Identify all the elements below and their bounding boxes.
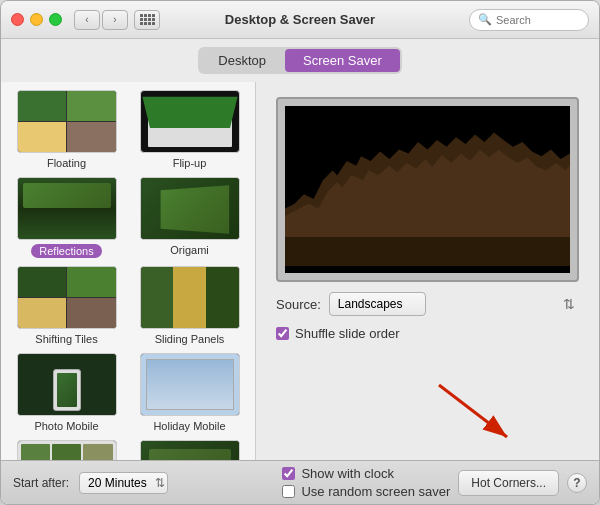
minimize-button[interactable] [30,13,43,26]
screensaver-label: Shifting Tiles [35,333,97,345]
thumb-origami-icon [141,178,239,239]
thumb-floating-icon [18,91,116,152]
start-after-wrapper: 20 Minutes ⇅ [79,472,168,494]
random-saver-row: Use random screen saver [282,484,450,499]
grid-view-button[interactable] [134,10,160,30]
list-item[interactable]: Sliding Panels [132,266,247,345]
search-box[interactable]: 🔍 [469,9,589,31]
screensaver-label-selected: Reflections [31,244,101,258]
phone-shape-icon [53,369,81,411]
thumb-photo-mobile-icon [18,354,116,415]
shuffle-checkbox[interactable] [276,327,289,340]
list-item[interactable]: Photo Wall [9,440,124,460]
list-item[interactable]: Holiday Mobile [132,353,247,432]
tabs-container: Desktop Screen Saver [198,47,401,74]
bottom-bar: Start after: 20 Minutes ⇅ Show with cloc… [1,460,599,504]
screensaver-thumbnail [140,177,240,240]
bottom-checkboxes: Show with clock Use random screen saver [282,466,450,499]
nav-buttons: ‹ › [74,10,128,30]
screensaver-grid: Floating Flip-up Reflections [9,90,247,460]
show-clock-label: Show with clock [301,466,393,481]
help-button[interactable]: ? [567,473,587,493]
screensaver-label: Floating [47,157,86,169]
screensaver-thumbnail [17,353,117,416]
random-saver-checkbox[interactable] [282,485,295,498]
annotation-area [276,351,579,450]
source-label: Source: [276,297,321,312]
svg-line-5 [439,385,507,437]
maximize-button[interactable] [49,13,62,26]
source-row: Source: Landscapes ⇅ [276,292,579,316]
thumb-reflections-icon [18,178,116,239]
right-panel: Source: Landscapes ⇅ Shuffle slide order [256,82,599,460]
list-item[interactable]: Flip-up [132,90,247,169]
tab-screensaver[interactable]: Screen Saver [285,49,400,72]
preview-area [276,97,579,282]
screensaver-thumbnail [17,440,117,460]
select-arrows-icon: ⇅ [563,296,575,312]
close-button[interactable] [11,13,24,26]
screensaver-thumbnail [17,90,117,153]
back-button[interactable]: ‹ [74,10,100,30]
red-arrow [429,375,519,445]
thumb-vintage-icon [141,441,239,460]
screensaver-thumbnail [140,90,240,153]
screensaver-label: Photo Mobile [34,420,98,432]
preview-canvas [285,106,570,273]
screensaver-label: Sliding Panels [155,333,225,345]
shuffle-row: Shuffle slide order [276,326,579,341]
main-content: Floating Flip-up Reflections [1,82,599,460]
screensaver-thumbnail [17,266,117,329]
hot-corners-button[interactable]: Hot Corners... [458,470,559,496]
random-saver-label: Use random screen saver [301,484,450,499]
grid-dots-icon [140,14,155,25]
screensaver-label: Holiday Mobile [153,420,225,432]
thumb-photo-wall-icon [18,441,116,460]
screensaver-label: Flip-up [173,157,207,169]
list-item[interactable]: Origami [132,177,247,258]
thumb-shifting-icon [18,267,116,328]
show-clock-row: Show with clock [282,466,450,481]
list-item[interactable]: Vintage Prints [132,440,247,460]
screensaver-thumbnail [17,177,117,240]
window-title: Desktop & Screen Saver [225,12,375,27]
svg-rect-3 [285,237,570,266]
start-after-label: Start after: [13,476,69,490]
list-item[interactable]: Floating [9,90,124,169]
source-select[interactable]: Landscapes [329,292,426,316]
search-icon: 🔍 [478,13,492,26]
tab-desktop[interactable]: Desktop [200,49,284,72]
main-window: ‹ › Desktop & Screen Saver 🔍 Desktop Scr… [0,0,600,505]
search-input[interactable] [496,14,580,26]
preview-inner [285,106,570,273]
screensaver-label: Origami [170,244,209,256]
source-select-wrapper: Landscapes ⇅ [329,292,579,316]
traffic-lights [11,13,62,26]
screensaver-thumbnail [140,440,240,460]
thumb-sliding-icon [141,267,239,328]
list-item[interactable]: Reflections [9,177,124,258]
tabs-bar: Desktop Screen Saver [1,39,599,82]
list-item[interactable]: Shifting Tiles [9,266,124,345]
list-item[interactable]: Photo Mobile [9,353,124,432]
thumb-holiday-icon [141,354,239,415]
screensaver-thumbnail [140,353,240,416]
start-after-select[interactable]: 20 Minutes [79,472,168,494]
show-clock-checkbox[interactable] [282,467,295,480]
titlebar: ‹ › Desktop & Screen Saver 🔍 [1,1,599,39]
forward-button[interactable]: › [102,10,128,30]
screensaver-thumbnail [140,266,240,329]
screensaver-list: Floating Flip-up Reflections [1,82,256,460]
shuffle-label: Shuffle slide order [295,326,400,341]
